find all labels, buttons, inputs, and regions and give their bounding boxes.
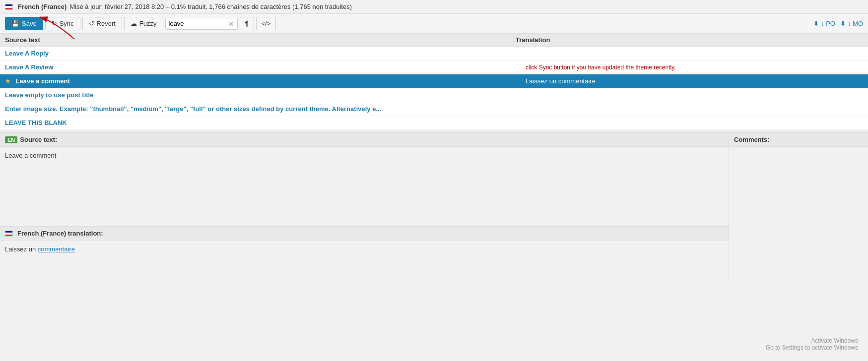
row-translation: click Sync button if you have updated th… bbox=[521, 60, 868, 74]
download-po-link[interactable]: ⬇ ↓ PO bbox=[813, 20, 835, 27]
comments-panel: Comments: bbox=[729, 133, 868, 280]
col-source-header: Source text bbox=[5, 36, 516, 44]
comments-panel-header: Comments: bbox=[729, 133, 868, 147]
language-label: French (France) bbox=[18, 3, 67, 10]
search-box: ✕ bbox=[165, 18, 238, 30]
toolbar-left: 💾 Save ↻ Sync ↺ Revert ☁ Fuzzy bbox=[5, 17, 276, 30]
en-badge: EN bbox=[5, 136, 17, 143]
sync-button[interactable]: ↻ Sync bbox=[45, 17, 80, 30]
cloud-icon: ☁ bbox=[131, 20, 137, 27]
col-translation-header: Translation bbox=[516, 36, 863, 44]
pilcrow-icon: ¶ bbox=[245, 20, 249, 27]
row-source: Leave A Review bbox=[0, 60, 521, 74]
flag-icon bbox=[5, 4, 13, 10]
fuzzy-button[interactable]: ☁ Fuzzy bbox=[124, 17, 163, 30]
rows-container: Leave A Reply Leave A Review click Sync … bbox=[0, 47, 868, 130]
download-po-icon: ⬇ bbox=[813, 20, 819, 27]
clear-icon[interactable]: ✕ bbox=[228, 20, 234, 28]
comments-panel-content bbox=[729, 147, 868, 226]
revert-icon: ↺ bbox=[89, 20, 94, 27]
source-panel-header: EN Source text: bbox=[0, 133, 729, 147]
revert-button[interactable]: ↺ Revert bbox=[82, 17, 122, 30]
row-translation bbox=[521, 88, 868, 102]
warning-text: click Sync button if you have updated th… bbox=[526, 64, 676, 71]
row-translation bbox=[521, 116, 868, 129]
bottom-section: EN Source text: Leave a comment French (… bbox=[0, 132, 868, 280]
translation-section: French (France) translation: Laissez un … bbox=[0, 226, 729, 280]
table-row[interactable]: Enter image size. Example: "thumbnail", … bbox=[0, 102, 868, 116]
code-icon: </> bbox=[262, 20, 271, 27]
translation-input-area[interactable]: Laissez un commentaire bbox=[0, 241, 729, 280]
table-row[interactable]: Leave A Reply bbox=[0, 47, 868, 60]
row-source: Enter image size. Example: "thumbnail", … bbox=[0, 102, 521, 116]
top-bar-info: Mise à jour: février 27, 2018 8:20 – 0.1… bbox=[69, 3, 352, 10]
save-icon: 💾 bbox=[11, 20, 19, 27]
row-source: Leave empty to use post title bbox=[0, 88, 521, 102]
row-source: Leave A Reply bbox=[0, 47, 521, 60]
translation-header: French (France) translation: bbox=[0, 227, 729, 241]
row-source: ★ Leave a comment bbox=[0, 74, 521, 88]
fr-flag-icon bbox=[5, 231, 13, 237]
commentaire-link[interactable]: commentaire bbox=[38, 245, 75, 253]
star-icon: ★ bbox=[5, 77, 11, 85]
row-translation: Laissez un commentaire bbox=[521, 74, 868, 88]
download-mo-icon: ⬇ bbox=[840, 20, 846, 27]
source-panel-content: Leave a comment bbox=[0, 147, 729, 226]
pilcrow-button[interactable]: ¶ bbox=[240, 17, 254, 30]
search-input[interactable] bbox=[169, 20, 228, 27]
table-row-active[interactable]: ★ Leave a comment Laissez un commentaire bbox=[0, 74, 868, 88]
table-row[interactable]: Leave empty to use post title bbox=[0, 88, 868, 102]
download-mo-link[interactable]: ⬇ ↓ MO bbox=[840, 20, 863, 27]
toolbar-right: ⬇ ↓ PO ⬇ ↓ MO bbox=[813, 20, 863, 27]
row-translation bbox=[521, 47, 868, 60]
code-button[interactable]: </> bbox=[256, 17, 276, 30]
source-panel: EN Source text: Leave a comment French (… bbox=[0, 133, 729, 280]
save-button[interactable]: 💾 Save bbox=[5, 17, 43, 30]
sync-icon: ↻ bbox=[52, 20, 57, 27]
row-source: LEAVE THIS BLANK bbox=[0, 116, 521, 129]
table-header: Source text Translation bbox=[0, 34, 868, 47]
table-row[interactable]: LEAVE THIS BLANK bbox=[0, 116, 868, 130]
row-translation bbox=[521, 102, 868, 116]
table-row[interactable]: Leave A Review click Sync button if you … bbox=[0, 60, 868, 74]
